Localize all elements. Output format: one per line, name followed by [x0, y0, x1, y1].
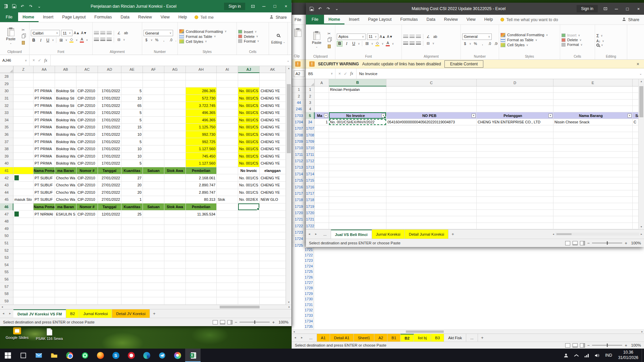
cell-AB42[interactable]: Chocho Wa: [55, 174, 76, 182]
taskbar-icon-whatsapp[interactable]: [77, 349, 93, 362]
taskbar-icon-telegram[interactable]: [154, 349, 170, 362]
cell-Z37[interactable]: [13, 138, 34, 145]
cell-E1722[interactable]: [553, 223, 633, 229]
cell-AI53[interactable]: [217, 254, 238, 261]
column-header-AB[interactable]: AB: [55, 66, 76, 73]
align-bottom-icon[interactable]: [416, 35, 421, 39]
cell-A1721[interactable]: [315, 216, 329, 223]
cell-AE49[interactable]: [121, 225, 143, 232]
cell-AE33[interactable]: 5: [121, 109, 143, 117]
cell-AD59[interactable]: [98, 297, 121, 305]
cell-D1[interactable]: [477, 86, 553, 93]
row-header-59[interactable]: 59: [0, 297, 13, 305]
cell-AE52[interactable]: [121, 247, 143, 254]
cell-AC44[interactable]: CIP-22010: [76, 189, 98, 196]
cell-AK35[interactable]: CHENG YE: [260, 124, 286, 131]
cell-AF33[interactable]: [143, 109, 164, 117]
zoom-out-icon[interactable]: −: [587, 343, 590, 348]
cell-AD36[interactable]: 17/01/2022: [98, 131, 121, 138]
cell-AI32[interactable]: [217, 102, 238, 109]
language-indicator[interactable]: IND: [602, 349, 615, 362]
cell-AJ36[interactable]: No. 001/CS: [238, 131, 260, 138]
menu-tab-file[interactable]: File: [0, 12, 18, 22]
cell-AG30[interactable]: [164, 87, 186, 95]
cell-AG39[interactable]: [164, 153, 186, 160]
cell-AF45[interactable]: [143, 196, 164, 203]
cell-AJ42[interactable]: No. 001/CS: [238, 174, 260, 182]
row-header-1724[interactable]: 1724: [304, 263, 314, 269]
editing-group-collapsed[interactable]: Editing⌄: [271, 40, 285, 44]
cell-AK46[interactable]: [260, 203, 286, 211]
column-header-F[interactable]: F: [633, 79, 638, 86]
cell-AC41[interactable]: Nomor #: [76, 167, 98, 175]
row-header-1721[interactable]: 1721: [304, 247, 314, 252]
sheet-tab-item[interactable]: ...: [466, 334, 478, 342]
cell-C1710[interactable]: [386, 145, 477, 151]
cell-AI37[interactable]: [217, 138, 238, 145]
cell-AA39[interactable]: PT PRIMA: [34, 153, 55, 160]
cell-AF51[interactable]: [143, 240, 164, 247]
cell-AA31[interactable]: PT PRIMA: [34, 95, 55, 102]
cell-Z43[interactable]: [13, 182, 34, 189]
row-header-1711[interactable]: 1711: [292, 152, 306, 158]
cell-AK56[interactable]: [260, 276, 286, 283]
row-header-34[interactable]: 34: [0, 117, 13, 124]
cell-AK59[interactable]: [260, 297, 286, 305]
cell-Z33[interactable]: [13, 109, 34, 117]
row-header-1715[interactable]: 1715: [292, 177, 306, 184]
cell-AD30[interactable]: 17/01/2022: [98, 87, 121, 95]
cell-AK31[interactable]: CHENG YE: [260, 95, 286, 102]
cell-AB53[interactable]: [55, 254, 76, 261]
cell-AC39[interactable]: CIP-22010: [76, 153, 98, 160]
row-headers[interactable]: 1244246170317041707170817091710171117121…: [292, 86, 306, 247]
zoom-in-icon[interactable]: +: [272, 320, 275, 325]
cell-C1719[interactable]: [386, 203, 477, 209]
percent-icon[interactable]: %: [473, 41, 478, 47]
currency-icon[interactable]: $: [144, 37, 149, 43]
page-break-view-icon[interactable]: [580, 343, 585, 348]
cell-AH30[interactable]: 286.365: [186, 87, 217, 95]
cell-AJ55[interactable]: [238, 268, 260, 276]
cell-AD35[interactable]: 17/01/2022: [98, 124, 121, 131]
bold-button[interactable]: B: [337, 41, 342, 47]
cell-Z45[interactable]: masuk Sto: [13, 196, 34, 203]
cell-E1719[interactable]: [553, 203, 633, 209]
cell-D5[interactable]: Pelanggan▾: [477, 112, 553, 119]
cell-AK57[interactable]: [260, 283, 286, 290]
cell-AF55[interactable]: [143, 268, 164, 276]
scroll-up-icon[interactable]: ▲: [288, 66, 290, 70]
cell-AG44[interactable]: [164, 189, 186, 196]
cell-A1709[interactable]: [315, 138, 329, 145]
row-header-31[interactable]: 31: [0, 95, 13, 102]
column-header-AC[interactable]: AC: [76, 66, 98, 73]
cell-C1711[interactable]: [386, 152, 477, 158]
paste-icon[interactable]: [294, 29, 301, 37]
cell-AH48[interactable]: [186, 218, 217, 225]
cell-AB49[interactable]: [55, 225, 76, 232]
taskbar-icon-chrome[interactable]: [62, 349, 77, 362]
sheet-nav-left-icon[interactable]: ◄: [0, 309, 7, 318]
cell-AE35[interactable]: 15: [121, 124, 143, 131]
cell-AC33[interactable]: CIP-22010: [76, 109, 98, 117]
cell-AA42[interactable]: PT SUBUF: [34, 174, 55, 182]
cell-AD49[interactable]: [98, 225, 121, 232]
cell-AC37[interactable]: CIP-22010: [76, 138, 98, 145]
cell-A4[interactable]: [315, 106, 329, 112]
row-header-55[interactable]: 55: [0, 268, 13, 276]
row-header-1730[interactable]: 1730: [304, 297, 314, 302]
row-header-1709[interactable]: 1709: [306, 138, 315, 145]
zoom-in-icon[interactable]: +: [625, 241, 627, 246]
cell-AE43[interactable]: 20: [121, 182, 143, 189]
cell-F5[interactable]: Sa▾: [633, 112, 638, 119]
cell-Z40[interactable]: [13, 160, 34, 167]
zoom-slider[interactable]: [592, 243, 622, 243]
row-header-1714[interactable]: 1714: [292, 171, 306, 177]
cell-AA37[interactable]: PT PRIMA: [34, 138, 55, 145]
cell-D4[interactable]: [477, 106, 553, 112]
decrease-font-icon[interactable]: A▼: [387, 34, 392, 40]
cell-AC59[interactable]: [76, 297, 98, 305]
cell-AF39[interactable]: [143, 153, 164, 160]
cell-AG46[interactable]: Stok Awa: [164, 203, 186, 211]
cell-C4[interactable]: [386, 106, 477, 112]
cell-AI52[interactable]: [217, 247, 238, 254]
